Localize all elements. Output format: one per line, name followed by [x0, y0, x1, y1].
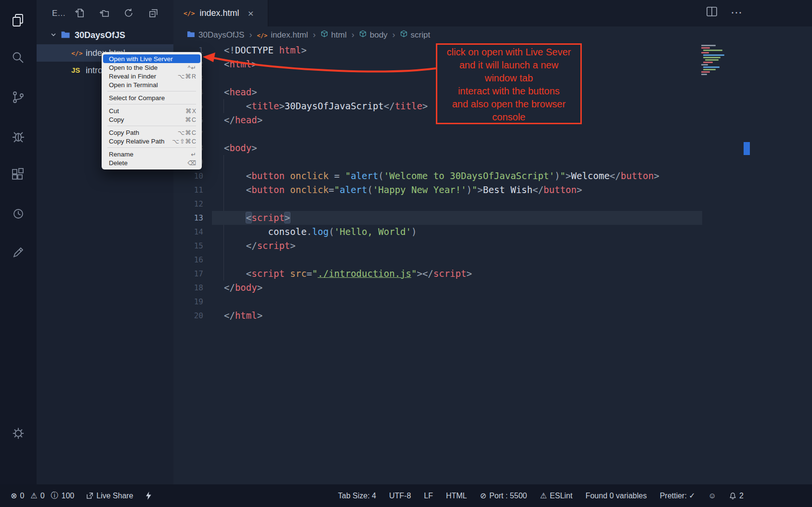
breadcrumb-separator: › [393, 30, 395, 40]
close-icon[interactable]: × [248, 8, 254, 18]
search-icon[interactable] [0, 44, 37, 73]
menu-item-shortcut: ⌥⌘C [178, 129, 196, 136]
explorer-title: E… [52, 9, 65, 18]
line-number: 12 [173, 197, 203, 211]
status-item-port-5500[interactable]: ⊘Port : 5500 [480, 491, 527, 500]
menu-item-label: Open in Terminal [109, 81, 158, 89]
run-debug-icon[interactable] [0, 122, 37, 151]
menu-item-delete[interactable]: Delete⌫ [103, 158, 200, 167]
menu-item-label: Cut [109, 107, 119, 115]
menu-separator [107, 126, 196, 126]
warning-icon: ⚠ [30, 491, 37, 500]
code-line-16[interactable]: 16 [173, 253, 812, 267]
breadcrumb-item-html[interactable]: html [321, 30, 347, 40]
code-line-text: <script src="./introduction.js"></script… [224, 267, 472, 281]
explorer-icon[interactable] [0, 6, 37, 35]
extensions-icon[interactable] [0, 160, 37, 189]
status-item-2[interactable]: 2 [729, 492, 744, 500]
menu-separator [107, 91, 196, 91]
refresh-icon[interactable] [123, 7, 134, 19]
breadcrumb-label: html [331, 30, 347, 40]
more-actions-icon[interactable]: ⋯ [731, 7, 742, 18]
status-item-bolt[interactable] [145, 492, 152, 500]
menu-item-cut[interactable]: Cut⌘X [103, 106, 200, 115]
status-item-utf-8[interactable]: UTF-8 [389, 492, 411, 500]
code-line-text: <button onclick="alert('Happy New Year!'… [224, 183, 582, 197]
code-line-18[interactable]: 18</body> [173, 281, 812, 295]
menu-item-open-to-the-side[interactable]: Open to the Side^↵ [103, 63, 200, 72]
edit-icon[interactable] [0, 238, 37, 267]
status-item-0[interactable]: ⊗0 [11, 491, 24, 500]
status-item-found-0-variables[interactable]: Found 0 variables [586, 492, 647, 500]
menu-item-label: Copy Path [109, 129, 139, 136]
code-line-15[interactable]: 15 </script> [173, 239, 812, 253]
split-editor-icon[interactable] [706, 5, 718, 20]
minimap-line [703, 66, 720, 68]
code-line-7[interactable]: 7 [173, 127, 812, 141]
source-control-icon[interactable] [0, 83, 37, 112]
status-item-lf[interactable]: LF [424, 492, 433, 500]
menu-separator [107, 104, 196, 104]
status-bar-right: Tab Size: 4UTF-8LFHTML⊘Port : 5500⚠ESLin… [338, 491, 812, 500]
code-line-14[interactable]: 14 console.log('Hello, World') [173, 225, 812, 239]
status-item-label: Found 0 variables [586, 492, 647, 500]
status-item-html[interactable]: HTML [446, 492, 467, 500]
code-line-12[interactable]: 12 [173, 197, 812, 211]
status-item-eslint[interactable]: ⚠ESLint [540, 491, 572, 500]
code-line-19[interactable]: 19 [173, 295, 812, 309]
status-item-0[interactable]: ⚠0 [30, 491, 44, 500]
minimap-line [703, 57, 720, 58]
minimap-line [701, 74, 707, 75]
code-line-17[interactable]: 17 <script src="./introduction.js"></scr… [173, 267, 812, 281]
error-icon: ⊗ [11, 491, 17, 500]
breadcrumb-item-script[interactable]: script [400, 30, 431, 40]
menu-item-copy-path[interactable]: Copy Path⌥⌘C [103, 128, 200, 137]
line-number: 14 [173, 225, 203, 239]
folder-row-30daysofjs[interactable]: 30DaysOfJS [37, 27, 173, 43]
code-line-text: </html> [224, 309, 262, 323]
code-line-8[interactable]: 8<body> [173, 141, 812, 155]
collapse-all-icon[interactable] [147, 7, 159, 19]
line-number: 13 [173, 211, 203, 225]
menu-item-copy[interactable]: Copy⌘C [103, 115, 200, 124]
history-icon[interactable] [0, 199, 37, 228]
menu-item-reveal-in-finder[interactable]: Reveal in Finder⌥⌘R [103, 72, 200, 80]
status-item-100[interactable]: ⓘ100 [51, 491, 75, 501]
menu-item-rename[interactable]: Rename↵ [103, 150, 200, 158]
annotation-box: click on open with Live Severand it will… [436, 43, 582, 124]
status-item-label: UTF-8 [389, 492, 411, 500]
cube-icon [359, 30, 367, 40]
code-line-13[interactable]: 13 <script> [173, 211, 812, 225]
menu-item-label: Delete [109, 159, 128, 167]
breadcrumb-item-index-html[interactable]: </>index.html [257, 30, 308, 40]
menu-item-shortcut: ^↵ [188, 64, 196, 71]
menu-item-select-for-compare[interactable]: Select for Compare [103, 93, 200, 102]
code-line-11[interactable]: 11 <button onclick="alert('Happy New Yea… [173, 183, 812, 197]
new-folder-icon[interactable] [98, 7, 110, 19]
code-line-20[interactable]: 20</html> [173, 309, 812, 323]
status-item-smiley[interactable]: ☺ [708, 492, 716, 500]
status-item-prettier[interactable]: Prettier: ✓ [660, 491, 695, 500]
breadcrumb-item-body[interactable]: body [359, 30, 388, 40]
menu-item-open-with-live-server[interactable]: Open with Live Server [103, 54, 200, 63]
explorer-header: E… [37, 0, 173, 26]
status-item-live-share[interactable]: Live Share [86, 492, 133, 500]
status-item-label: LF [424, 492, 433, 500]
new-file-icon[interactable] [74, 7, 85, 19]
code-line-9[interactable]: 9 [173, 155, 812, 169]
tab-label: index.html [199, 8, 239, 18]
status-item-label: Port : 5500 [489, 492, 527, 500]
menu-item-label: Select for Compare [109, 94, 165, 102]
code-line-text: <!DOCTYPE html> [224, 43, 307, 57]
code-line-10[interactable]: 10 <button onclick = "alert('Welcome to … [173, 169, 812, 183]
breadcrumb-item-30daysofjs[interactable]: 30DaysOfJS [187, 30, 244, 40]
tab-index-html[interactable]: </> index.html × [173, 0, 268, 26]
overview-ruler-marker [744, 142, 750, 155]
status-item-tab-size-4[interactable]: Tab Size: 4 [338, 492, 376, 500]
menu-item-open-in-terminal[interactable]: Open in Terminal [103, 80, 200, 89]
menu-item-copy-relative-path[interactable]: Copy Relative Path⌥⇧⌘C [103, 137, 200, 145]
slash-icon: ⊘ [480, 491, 486, 500]
minimap-line [705, 59, 719, 61]
settings-gear-icon[interactable] [0, 419, 37, 448]
minimap[interactable] [701, 45, 746, 76]
